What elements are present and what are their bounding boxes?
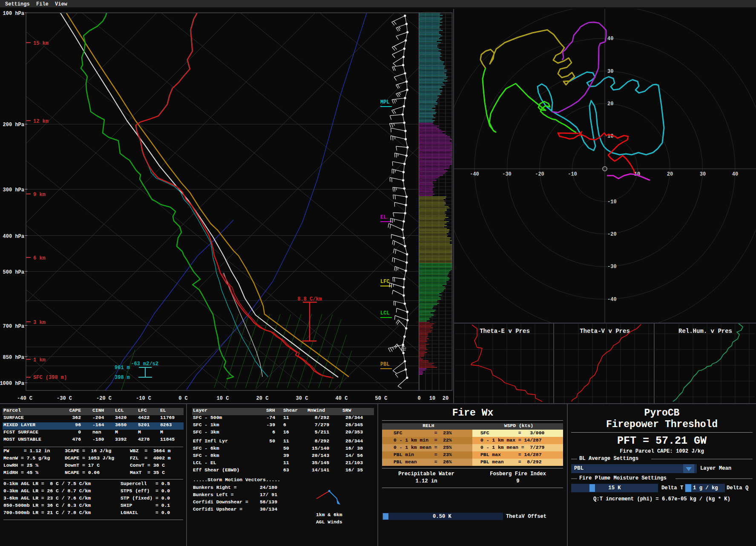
svg-text:850 hPa: 850 hPa (3, 355, 24, 361)
svg-text:9 km: 9 km (33, 192, 46, 198)
svg-text:40: 40 (732, 171, 738, 177)
svg-text:8.8 C/km: 8.8 C/km (297, 296, 322, 302)
svg-text:-10: -10 (568, 171, 577, 177)
svg-text:-63 m2/s2: -63 m2/s2 (131, 361, 158, 367)
svg-text:0: 0 (417, 396, 420, 402)
svg-text:MPL: MPL (380, 99, 390, 105)
svg-text:-20 C: -20 C (96, 396, 112, 402)
svg-text:SFC (398 m): SFC (398 m) (33, 375, 67, 381)
svg-text:15 km: 15 km (33, 40, 49, 46)
svg-text:3 km: 3 km (33, 320, 46, 326)
svg-text:-20: -20 (535, 171, 544, 177)
svg-text:1 km: 1 km (33, 357, 46, 363)
svg-text:1000 hPa: 1000 hPa (0, 381, 24, 387)
svg-text:Theta-E v Pres: Theta-E v Pres (480, 328, 530, 335)
svg-text:30: 30 (700, 171, 706, 177)
svg-text:40: 40 (607, 36, 613, 42)
svg-text:PBL: PBL (380, 361, 390, 367)
svg-text:6 km: 6 km (33, 255, 46, 261)
svg-text:30: 30 (607, 69, 613, 75)
svg-text:-20: -20 (607, 231, 617, 237)
svg-text:500 hPa: 500 hPa (3, 269, 24, 275)
svg-text:20 C: 20 C (256, 396, 269, 402)
svg-text:10 C: 10 C (217, 396, 229, 402)
svg-text:-30: -30 (502, 171, 512, 177)
svg-text:398 m: 398 m (115, 375, 130, 381)
svg-text:LCL: LCL (380, 310, 390, 316)
svg-text:0 C: 0 C (178, 396, 188, 402)
svg-text:400 hPa: 400 hPa (3, 234, 24, 240)
svg-text:12 km: 12 km (33, 118, 49, 124)
svg-text:961 m: 961 m (115, 365, 130, 371)
svg-text:10: 10 (429, 396, 435, 402)
svg-text:-10: -10 (607, 199, 617, 205)
svg-text:-10 C: -10 C (136, 396, 151, 402)
svg-text:-40 C: -40 C (17, 396, 32, 402)
svg-text:20: 20 (443, 396, 448, 402)
svg-text:100 hPa: 100 hPa (3, 11, 24, 17)
svg-text:40 C: 40 C (336, 396, 348, 402)
svg-text:Theta-V v Pres: Theta-V v Pres (580, 328, 630, 335)
svg-text:200 hPa: 200 hPa (3, 122, 24, 128)
svg-text:Rel.Hum. v Pres: Rel.Hum. v Pres (678, 328, 732, 335)
svg-text:20: 20 (667, 171, 673, 177)
svg-text:20: 20 (607, 101, 613, 107)
svg-text:50 C: 50 C (375, 396, 388, 402)
svg-text:LFC: LFC (380, 279, 390, 285)
svg-text:30 C: 30 C (296, 396, 308, 402)
svg-text:300 hPa: 300 hPa (3, 187, 24, 193)
svg-text:EL: EL (380, 214, 386, 220)
svg-text:-40: -40 (470, 171, 479, 177)
svg-text:-30 C: -30 C (57, 396, 72, 402)
svg-text:-30: -30 (607, 264, 617, 270)
svg-text:-40: -40 (607, 297, 617, 303)
svg-text:700 hPa: 700 hPa (3, 324, 24, 329)
